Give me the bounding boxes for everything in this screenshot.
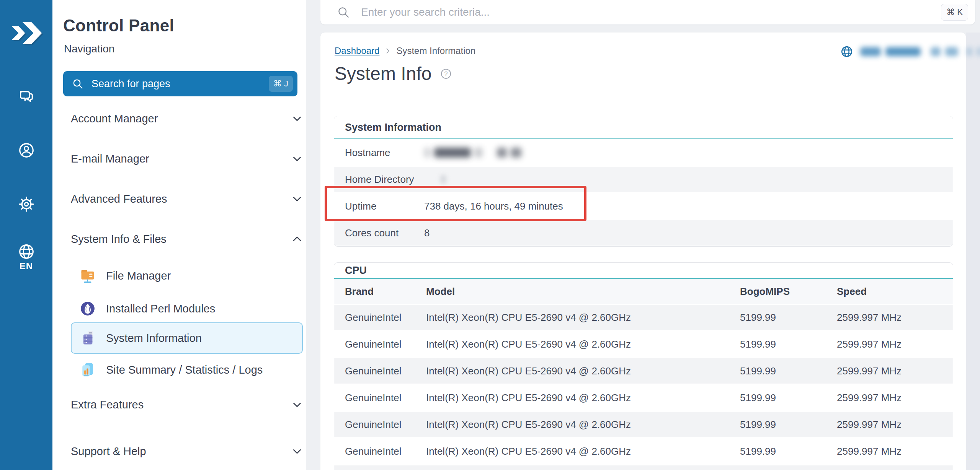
chevron-up-icon	[291, 233, 303, 245]
perl-icon	[79, 300, 96, 317]
breadcrumb-dashboard-link[interactable]: Dashboard	[335, 46, 379, 56]
server-icon	[79, 330, 96, 346]
sidebar-item-installed-perl-modules[interactable]: Installed Perl Modules	[71, 293, 303, 324]
help-button[interactable]: ?	[440, 68, 452, 80]
cpu-table-row-partial	[334, 465, 953, 470]
sidebar: Control Panel Navigation Search for page…	[52, 0, 306, 470]
sidebar-title: Control Panel	[63, 16, 174, 35]
global-search-input[interactable]: Enter your search criteria... ⌘ K	[320, 0, 975, 24]
info-row-home-directory: Home Directory	[334, 166, 953, 193]
chevron-down-icon	[291, 399, 303, 410]
sidebar-search-label: Search for pages	[91, 78, 261, 90]
language-label: EN	[0, 261, 52, 272]
chevron-down-icon	[291, 193, 303, 205]
language-button[interactable]	[0, 239, 52, 264]
main-area: Enter your search criteria... ⌘ K Dashbo…	[306, 0, 980, 470]
help-icon: ?	[440, 68, 452, 80]
settings-button[interactable]	[0, 192, 52, 216]
svg-text:?: ?	[444, 70, 448, 77]
breadcrumb: Dashboard System Information	[335, 46, 475, 56]
redacted-hostname-value	[424, 148, 521, 158]
global-search-shortcut: ⌘ K	[941, 4, 968, 21]
chat-icon	[18, 88, 35, 106]
sidebar-section-advanced-features[interactable]: Advanced Features	[71, 187, 303, 210]
directadmin-logo-icon[interactable]	[9, 15, 43, 46]
search-icon	[336, 5, 350, 19]
global-search-placeholder: Enter your search criteria...	[361, 6, 941, 18]
sidebar-item-file-manager[interactable]: File Manager	[71, 260, 303, 291]
sidebar-section-email-manager[interactable]: E-mail Manager	[71, 147, 303, 170]
user-circle-icon	[18, 141, 35, 159]
icon-rail: EN	[0, 0, 52, 470]
cpu-table-header: Brand Model BogoMIPS Speed	[334, 279, 953, 304]
messages-button[interactable]	[0, 85, 52, 109]
system-information-card: System Information Hostname	[334, 116, 953, 247]
sidebar-section-extra-features[interactable]: Extra Features	[71, 393, 303, 416]
cpu-card-title: CPU	[334, 263, 953, 279]
info-row-cores-count: Cores count 8	[334, 220, 953, 246]
search-icon	[72, 78, 84, 90]
sidebar-section-system-info-files[interactable]: System Info & Files	[71, 228, 303, 250]
sidebar-subtitle: Navigation	[64, 43, 114, 55]
page-title: System Info	[335, 63, 431, 84]
sidebar-item-system-information[interactable]: System Information	[71, 322, 303, 354]
sidebar-section-support-help[interactable]: Support & Help	[71, 440, 303, 463]
cpu-table-row: GenuineIntel Intel(R) Xeon(R) CPU E5-269…	[334, 358, 953, 384]
redacted-domain-text	[860, 47, 980, 56]
sidebar-item-site-summary-statistics-logs[interactable]: Site Summary / Statistics / Logs	[71, 354, 303, 385]
sidebar-section-account-manager[interactable]: Account Manager	[71, 107, 303, 130]
info-row-uptime: Uptime 738 days, 16 hours, 49 minutes	[334, 193, 953, 220]
page-title-row: System Info ?	[335, 63, 452, 84]
domain-selector[interactable]	[840, 42, 980, 62]
gear-icon	[18, 195, 35, 213]
cpu-table-row: GenuineIntel Intel(R) Xeon(R) CPU E5-269…	[334, 411, 953, 438]
breadcrumb-current: System Information	[396, 46, 475, 56]
scrollbar[interactable]	[966, 33, 980, 470]
system-information-card-title: System Information	[334, 116, 953, 139]
chevron-down-icon	[291, 113, 303, 124]
title-divider	[335, 95, 952, 95]
app-window: EN Control Panel Navigation Search for p…	[0, 0, 980, 470]
info-row-hostname: Hostname	[334, 139, 953, 166]
breadcrumb-chevron-icon	[384, 47, 392, 55]
cpu-card: CPU Brand Model BogoMIPS Speed GenuineIn…	[334, 262, 953, 470]
cpu-table-row: GenuineIntel Intel(R) Xeon(R) CPU E5-269…	[334, 438, 953, 465]
chevron-down-icon	[291, 446, 303, 457]
chevron-down-icon	[291, 153, 303, 164]
sidebar-search-shortcut: ⌘ J	[269, 76, 293, 92]
account-button[interactable]	[0, 138, 52, 163]
sidebar-search-button[interactable]: Search for pages ⌘ J	[63, 71, 297, 96]
folder-icon	[79, 267, 96, 284]
redacted-home-directory-value	[440, 175, 446, 184]
globe-icon	[18, 243, 35, 260]
cpu-table-row: GenuineIntel Intel(R) Xeon(R) CPU E5-269…	[334, 331, 953, 358]
cpu-table-row: GenuineIntel Intel(R) Xeon(R) CPU E5-269…	[334, 304, 953, 331]
stats-icon	[79, 361, 96, 378]
globe-icon	[840, 45, 853, 58]
cpu-table-row: GenuineIntel Intel(R) Xeon(R) CPU E5-269…	[334, 384, 953, 411]
content-panel: Dashboard System Information	[320, 33, 966, 470]
